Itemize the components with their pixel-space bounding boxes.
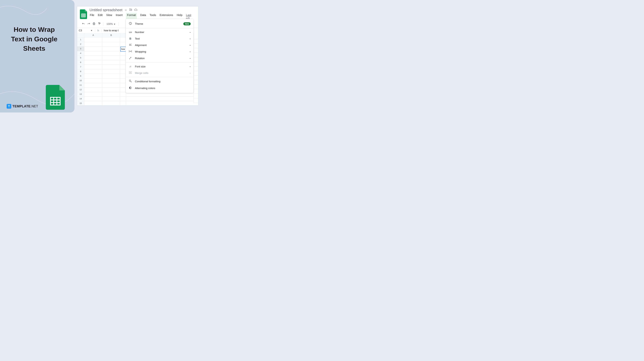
cell[interactable] — [194, 62, 198, 66]
cell[interactable] — [194, 80, 198, 85]
paint-format-icon[interactable] — [98, 22, 100, 26]
row-header[interactable]: 11 — [77, 83, 84, 87]
cell[interactable] — [194, 71, 198, 75]
cell[interactable] — [102, 78, 120, 83]
cell[interactable] — [194, 98, 198, 103]
cell[interactable] — [120, 101, 126, 106]
menu-item-rotation[interactable]: Rotation ▸ — [126, 55, 194, 62]
cell[interactable] — [102, 87, 120, 92]
col-header-a[interactable]: A — [84, 33, 102, 37]
row-header[interactable]: 15 — [77, 101, 84, 106]
cell[interactable] — [194, 85, 198, 89]
cell[interactable] — [120, 83, 126, 87]
cell[interactable] — [84, 69, 102, 74]
cell[interactable] — [120, 60, 126, 65]
cell[interactable] — [194, 89, 198, 94]
cell[interactable] — [120, 51, 126, 55]
row-header[interactable]: 5 — [77, 56, 84, 60]
document-title[interactable]: Untitled spreadsheet — [90, 8, 122, 12]
cell[interactable] — [84, 65, 102, 69]
select-all-corner[interactable] — [77, 33, 84, 37]
row-header[interactable]: 7 — [77, 65, 84, 69]
menu-item-alignment[interactable]: Alignment ▸ — [126, 42, 194, 48]
cell[interactable] — [120, 37, 126, 42]
cell[interactable] — [120, 97, 126, 101]
col-header-c-partial[interactable] — [120, 33, 126, 37]
menu-view[interactable]: View — [106, 13, 112, 20]
cell[interactable] — [102, 37, 120, 42]
star-icon[interactable]: ☆ — [124, 8, 127, 12]
cell[interactable] — [84, 56, 102, 60]
cell[interactable] — [102, 97, 120, 101]
menu-file[interactable]: File — [90, 13, 94, 20]
menu-item-theme[interactable]: Theme New — [126, 20, 194, 27]
cell[interactable] — [194, 66, 198, 71]
cell[interactable] — [102, 83, 120, 87]
cell[interactable] — [84, 87, 102, 92]
cell[interactable] — [84, 51, 102, 55]
menu-item-number[interactable]: 123 Number ▸ — [126, 29, 194, 35]
cell[interactable] — [102, 74, 120, 78]
print-icon[interactable] — [92, 22, 95, 26]
row-header[interactable]: 6 — [77, 60, 84, 65]
menu-insert[interactable]: Insert — [116, 13, 123, 20]
menu-item-text[interactable]: B Text ▸ — [126, 35, 194, 42]
menu-item-conditional-formatting[interactable]: Conditional formatting — [126, 78, 194, 85]
cloud-status-icon[interactable] — [134, 8, 137, 11]
cell[interactable] — [102, 56, 120, 60]
cell[interactable] — [120, 69, 126, 74]
cell[interactable] — [84, 97, 102, 101]
cell[interactable] — [194, 53, 198, 57]
cell-reference[interactable]: C3 — [77, 29, 91, 32]
zoom-selector[interactable]: 100% ▾ — [106, 22, 116, 26]
row-header[interactable]: 14 — [77, 97, 84, 101]
cell[interactable] — [194, 57, 198, 62]
cell[interactable] — [102, 60, 120, 65]
row-header[interactable]: 10 — [77, 78, 84, 83]
cell[interactable] — [102, 92, 120, 96]
move-folder-icon[interactable] — [129, 8, 132, 11]
cell[interactable] — [102, 65, 120, 69]
col-header-partial[interactable] — [194, 33, 198, 34]
cell[interactable] — [84, 74, 102, 78]
cell[interactable] — [120, 87, 126, 92]
row-header[interactable]: 8 — [77, 69, 84, 74]
cell[interactable] — [194, 39, 198, 44]
cell-ref-dropdown-icon[interactable]: ▾ — [91, 29, 92, 32]
cell[interactable] — [120, 65, 126, 69]
sheets-app-icon[interactable] — [80, 9, 87, 19]
cell[interactable] — [194, 48, 198, 53]
menu-item-font-size[interactable]: тT Font size ▸ — [126, 63, 194, 70]
row-header[interactable]: 1 — [77, 37, 84, 42]
cell[interactable] — [102, 69, 120, 74]
row-header[interactable]: 2 — [77, 42, 84, 46]
undo-icon[interactable] — [82, 22, 85, 25]
cell[interactable] — [84, 46, 102, 51]
cell[interactable] — [84, 60, 102, 65]
cell[interactable] — [194, 94, 198, 98]
cell[interactable] — [102, 46, 120, 51]
formula-input[interactable]: how to wrap t — [102, 29, 118, 32]
cell[interactable] — [194, 34, 198, 39]
menu-item-wrapping[interactable]: Wrapping ▸ — [126, 48, 194, 55]
cell[interactable] — [194, 44, 198, 48]
cell[interactable] — [102, 51, 120, 55]
cell[interactable] — [84, 78, 102, 83]
cell[interactable] — [84, 92, 102, 96]
row-header[interactable]: 3 — [77, 46, 84, 51]
redo-icon[interactable] — [87, 22, 90, 25]
menu-edit[interactable]: Edit — [98, 13, 103, 20]
row-header[interactable]: 4 — [77, 51, 84, 55]
cell[interactable] — [102, 101, 120, 106]
cell[interactable] — [120, 74, 126, 78]
cell[interactable] — [120, 56, 126, 60]
col-header-b[interactable]: B — [102, 33, 120, 37]
cell[interactable] — [194, 75, 198, 80]
cell[interactable] — [102, 42, 120, 46]
row-header[interactable]: 9 — [77, 74, 84, 78]
cell[interactable] — [84, 42, 102, 46]
row-header[interactable]: 12 — [77, 87, 84, 92]
active-cell-c3[interactable]: how — [120, 47, 126, 51]
cell[interactable] — [120, 78, 126, 83]
menu-item-alternating-colors[interactable]: Alternating colors — [126, 85, 194, 91]
